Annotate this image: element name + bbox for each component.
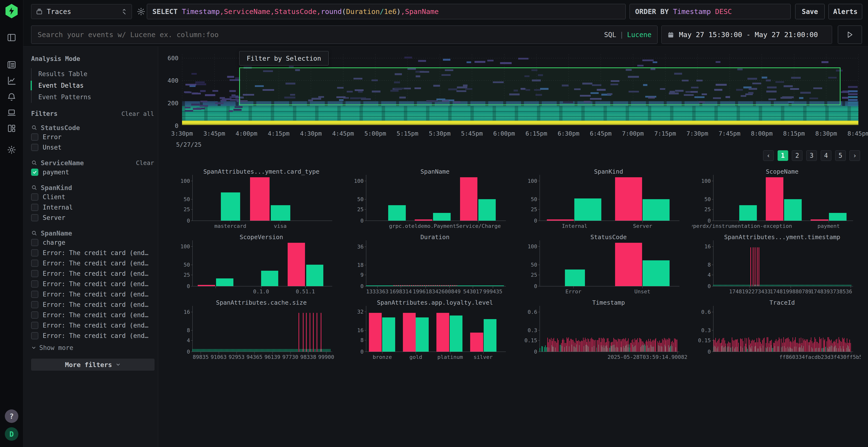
- filter-option[interactable]: Internal: [31, 202, 158, 212]
- sql-orderby-input[interactable]: ORDER BY Timestamp DESC: [629, 4, 790, 19]
- checkbox-unchecked[interactable]: [31, 239, 38, 246]
- chart-bar-green[interactable]: [643, 260, 670, 286]
- line-chart-icon[interactable]: [6, 75, 17, 86]
- filter-option[interactable]: Error: The credit card (end…: [31, 320, 158, 331]
- chart-bar-pink[interactable]: [460, 177, 478, 220]
- filter-option[interactable]: payment: [31, 167, 158, 177]
- filter-by-selection-button[interactable]: Filter by Selection: [239, 51, 329, 66]
- help-button[interactable]: ?: [5, 409, 18, 423]
- chart-bar-pink[interactable]: [615, 177, 642, 220]
- chart-bar-green[interactable]: [829, 213, 846, 220]
- checkbox-unchecked[interactable]: [31, 144, 38, 151]
- search-icon[interactable]: [31, 160, 37, 166]
- checkbox-unchecked[interactable]: [31, 332, 38, 339]
- chart-spike[interactable]: [299, 313, 299, 352]
- chart-spike[interactable]: [306, 313, 307, 352]
- show-more-link[interactable]: Show more: [31, 344, 158, 351]
- chart-bar-green[interactable]: [306, 265, 323, 286]
- heatmap-selection[interactable]: [239, 67, 840, 105]
- search-icon[interactable]: [31, 230, 37, 236]
- chart-bar-green[interactable]: [261, 271, 278, 286]
- filter-option[interactable]: Unset: [31, 142, 158, 152]
- chart-spike[interactable]: [750, 247, 751, 286]
- chart-spike[interactable]: [753, 247, 753, 286]
- chart-bar-green[interactable]: [484, 319, 496, 352]
- chart-spike[interactable]: [758, 247, 759, 286]
- analysis-mode-item-event-patterns[interactable]: Event Patterns: [32, 91, 158, 103]
- chart-spike[interactable]: [317, 313, 317, 352]
- chart-spike[interactable]: [755, 247, 755, 286]
- date-range-picker[interactable]: May 27 15:30:00 - May 27 21:00:00: [661, 26, 832, 44]
- laptop-icon[interactable]: [6, 107, 17, 118]
- mode-sql[interactable]: SQL: [604, 31, 616, 39]
- sql-select-input[interactable]: SELECT Timestamp,ServiceName,StatusCode,…: [147, 4, 626, 19]
- pagination-prev[interactable]: ‹: [763, 150, 774, 161]
- panel-left-icon[interactable]: [6, 32, 17, 43]
- filter-option[interactable]: Error: The credit card (end…: [31, 310, 158, 320]
- chart-bar-green[interactable]: [216, 278, 234, 286]
- checkbox-unchecked[interactable]: [31, 291, 38, 298]
- chart-bar-green[interactable]: [574, 199, 601, 220]
- chart-spike[interactable]: [321, 313, 321, 352]
- search-icon[interactable]: [31, 184, 37, 191]
- chart-spike[interactable]: [757, 247, 757, 286]
- filter-option[interactable]: Error: [31, 132, 158, 142]
- pagination-page-4[interactable]: 4: [821, 150, 831, 161]
- checkbox-unchecked[interactable]: [31, 214, 38, 221]
- chart-bar-pink[interactable]: [369, 313, 382, 352]
- layout-grid-icon[interactable]: [6, 123, 17, 134]
- chart-bar-pink[interactable]: [198, 285, 215, 286]
- search-icon[interactable]: [31, 125, 37, 131]
- pagination-page-1[interactable]: 1: [778, 150, 788, 161]
- chart-bar-green[interactable]: [416, 317, 429, 352]
- chart-bar-pink[interactable]: [811, 219, 828, 220]
- reader-icon[interactable]: [6, 60, 17, 70]
- chart-bar-green[interactable]: [739, 205, 757, 220]
- checkbox-unchecked[interactable]: [31, 194, 38, 201]
- analysis-mode-item-results-table[interactable]: Results Table: [32, 68, 158, 80]
- save-button[interactable]: Save: [795, 4, 825, 19]
- user-avatar[interactable]: D: [5, 427, 18, 441]
- filter-option[interactable]: Error: The credit card (end…: [31, 279, 158, 289]
- gear-icon[interactable]: [6, 144, 17, 155]
- chart-bar-pink[interactable]: [288, 243, 305, 286]
- chart-spike[interactable]: [313, 313, 314, 352]
- chart-bar-pink[interactable]: [436, 313, 449, 352]
- chart-bar-pink[interactable]: [615, 243, 642, 286]
- checkbox-unchecked[interactable]: [31, 133, 38, 141]
- checkbox-unchecked[interactable]: [31, 301, 38, 308]
- chart-bar-green[interactable]: [450, 315, 462, 352]
- filter-option[interactable]: Error: The credit card (end…: [31, 331, 158, 341]
- pagination-next[interactable]: ›: [849, 150, 860, 161]
- filter-option[interactable]: Error: The credit card (end…: [31, 248, 158, 258]
- search-input[interactable]: [37, 30, 604, 39]
- clear-all-link[interactable]: Clear all: [122, 110, 154, 117]
- filter-option[interactable]: Error: The credit card (end…: [31, 289, 158, 299]
- chart-bar-pink[interactable]: [766, 177, 783, 220]
- checkbox-unchecked[interactable]: [31, 311, 38, 319]
- checkbox-unchecked[interactable]: [31, 204, 38, 211]
- more-filters-button[interactable]: More filters: [31, 358, 155, 371]
- chart-bar-green[interactable]: [478, 199, 496, 220]
- pagination-page-2[interactable]: 2: [792, 150, 802, 161]
- chart-bar-green[interactable]: [643, 199, 670, 220]
- checkbox-unchecked[interactable]: [31, 280, 38, 287]
- filter-option[interactable]: Error: The credit card (end…: [31, 268, 158, 279]
- hyperdx-logo-icon[interactable]: [5, 4, 18, 18]
- alerts-button[interactable]: Alerts: [829, 4, 862, 19]
- run-query-button[interactable]: [838, 26, 862, 44]
- chart-bar-pink[interactable]: [470, 333, 483, 352]
- heatmap-plot[interactable]: Filter by Selection: [182, 54, 858, 126]
- pagination-page-5[interactable]: 5: [835, 150, 846, 161]
- pagination-page-3[interactable]: 3: [806, 150, 817, 161]
- chart-bar-green[interactable]: [382, 317, 395, 352]
- clear-link[interactable]: Clear: [136, 160, 154, 166]
- checkbox-unchecked[interactable]: [31, 260, 38, 267]
- source-settings-gear-icon[interactable]: [136, 6, 146, 17]
- checkbox-unchecked[interactable]: [31, 270, 38, 277]
- chart-spike[interactable]: [303, 313, 304, 352]
- checkbox-unchecked[interactable]: [31, 249, 38, 256]
- chart-bar-pink[interactable]: [403, 313, 416, 352]
- chart-bar-pink[interactable]: [415, 219, 432, 220]
- chart-bar-green[interactable]: [388, 205, 406, 220]
